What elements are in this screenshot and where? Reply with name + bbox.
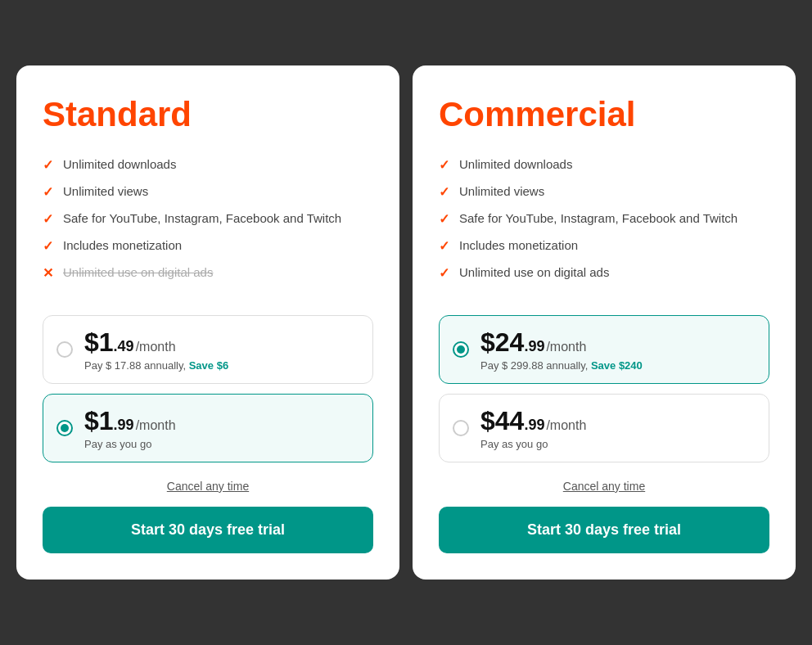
price-cents-standard-monthly: .99 [114, 417, 134, 434]
price-option-commercial-annual[interactable]: $24.99/monthPay $ 299.88 annually, Save … [439, 315, 769, 384]
price-main-standard-annual: $1.49/month [84, 327, 228, 358]
pricing-card-commercial: Commercial✓Unlimited downloads✓Unlimited… [413, 65, 796, 580]
price-cents-standard-annual: .49 [114, 338, 134, 355]
cta-button-standard[interactable]: Start 30 days free trial [43, 507, 373, 553]
feature-item-standard-4: ✕Unlimited use on digital ads [43, 265, 373, 281]
price-info-commercial-monthly: $44.99/monthPay as you go [480, 406, 586, 450]
cancel-link-commercial[interactable]: Cancel any time [439, 479, 769, 494]
price-dollar-standard-annual: $1 [84, 327, 114, 358]
price-option-standard-monthly[interactable]: $1.99/monthPay as you go [43, 394, 373, 462]
price-period-standard-monthly: /month [136, 418, 176, 433]
price-period-commercial-annual: /month [546, 340, 586, 354]
feature-item-commercial-1: ✓Unlimited views [439, 184, 769, 200]
cancel-anchor-commercial[interactable]: Cancel any time [563, 480, 645, 493]
feature-text-commercial-2: Safe for YouTube, Instagram, Facebook an… [459, 211, 738, 225]
feature-item-standard-2: ✓Safe for YouTube, Instagram, Facebook a… [43, 211, 373, 227]
feature-item-standard-1: ✓Unlimited views [43, 184, 373, 200]
radio-btn-standard-annual[interactable] [56, 341, 73, 358]
plan-title-commercial: Commercial [439, 95, 769, 134]
price-sub-standard-annual: Pay $ 17.88 annually, Save $6 [84, 359, 228, 372]
pricing-options-commercial: $24.99/monthPay $ 299.88 annually, Save … [439, 315, 769, 462]
feature-text-commercial-4: Unlimited use on digital ads [459, 265, 609, 279]
price-option-commercial-monthly[interactable]: $44.99/monthPay as you go [439, 394, 769, 462]
price-period-commercial-monthly: /month [546, 418, 586, 433]
check-icon-standard-0: ✓ [43, 157, 53, 173]
save-text-standard-annual: Save $6 [189, 359, 228, 372]
feature-item-commercial-4: ✓Unlimited use on digital ads [439, 265, 769, 281]
feature-item-standard-3: ✓Includes monetization [43, 238, 373, 254]
check-icon-commercial-2: ✓ [439, 211, 449, 227]
cta-button-commercial[interactable]: Start 30 days free trial [439, 507, 769, 553]
feature-item-standard-0: ✓Unlimited downloads [43, 157, 373, 173]
feature-text-standard-0: Unlimited downloads [63, 157, 176, 171]
price-dollar-commercial-annual: $24 [480, 327, 524, 358]
check-icon-commercial-4: ✓ [439, 265, 449, 281]
price-cents-commercial-annual: .99 [524, 338, 544, 355]
price-main-commercial-monthly: $44.99/month [480, 406, 586, 436]
pricing-container: Standard✓Unlimited downloads✓Unlimited v… [16, 65, 796, 580]
price-sub-commercial-monthly: Pay as you go [480, 438, 586, 450]
cross-icon-standard-4: ✕ [43, 265, 53, 281]
price-sub-commercial-annual: Pay $ 299.88 annually, Save $240 [480, 359, 643, 372]
plan-title-standard: Standard [43, 95, 373, 134]
pricing-options-standard: $1.49/monthPay $ 17.88 annually, Save $6… [43, 315, 373, 462]
feature-item-commercial-3: ✓Includes monetization [439, 238, 769, 254]
cancel-anchor-standard[interactable]: Cancel any time [167, 480, 249, 493]
check-icon-commercial-1: ✓ [439, 184, 449, 200]
check-icon-standard-1: ✓ [43, 184, 53, 200]
feature-text-standard-1: Unlimited views [63, 184, 148, 198]
price-sub-standard-monthly: Pay as you go [84, 438, 176, 450]
feature-text-standard-2: Safe for YouTube, Instagram, Facebook an… [63, 211, 341, 225]
check-icon-standard-3: ✓ [43, 238, 53, 254]
feature-text-commercial-0: Unlimited downloads [459, 157, 572, 171]
feature-text-commercial-3: Includes monetization [459, 238, 578, 252]
price-option-standard-annual[interactable]: $1.49/monthPay $ 17.88 annually, Save $6 [43, 315, 373, 384]
price-info-commercial-annual: $24.99/monthPay $ 299.88 annually, Save … [480, 327, 643, 372]
pricing-card-standard: Standard✓Unlimited downloads✓Unlimited v… [16, 65, 399, 580]
features-list-commercial: ✓Unlimited downloads✓Unlimited views✓Saf… [439, 157, 769, 292]
feature-text-commercial-1: Unlimited views [459, 184, 544, 198]
radio-btn-commercial-annual[interactable] [453, 341, 469, 358]
feature-item-commercial-2: ✓Safe for YouTube, Instagram, Facebook a… [439, 211, 769, 227]
price-dollar-commercial-monthly: $44 [480, 406, 524, 436]
price-main-standard-monthly: $1.99/month [84, 406, 176, 436]
radio-btn-commercial-monthly[interactable] [453, 420, 469, 436]
feature-item-commercial-0: ✓Unlimited downloads [439, 157, 769, 173]
features-list-standard: ✓Unlimited downloads✓Unlimited views✓Saf… [43, 157, 373, 292]
price-main-commercial-annual: $24.99/month [480, 327, 643, 358]
price-period-standard-annual: /month [136, 340, 176, 354]
feature-text-standard-4: Unlimited use on digital ads [63, 265, 213, 279]
check-icon-commercial-0: ✓ [439, 157, 449, 173]
price-dollar-standard-monthly: $1 [84, 406, 114, 436]
check-icon-standard-2: ✓ [43, 211, 53, 227]
feature-text-standard-3: Includes monetization [63, 238, 182, 252]
price-info-standard-monthly: $1.99/monthPay as you go [84, 406, 176, 450]
radio-btn-standard-monthly[interactable] [56, 420, 73, 436]
check-icon-commercial-3: ✓ [439, 238, 449, 254]
price-cents-commercial-monthly: .99 [524, 417, 544, 434]
save-text-commercial-annual: Save $240 [591, 359, 643, 372]
cancel-link-standard[interactable]: Cancel any time [43, 479, 373, 494]
price-info-standard-annual: $1.49/monthPay $ 17.88 annually, Save $6 [84, 327, 228, 372]
